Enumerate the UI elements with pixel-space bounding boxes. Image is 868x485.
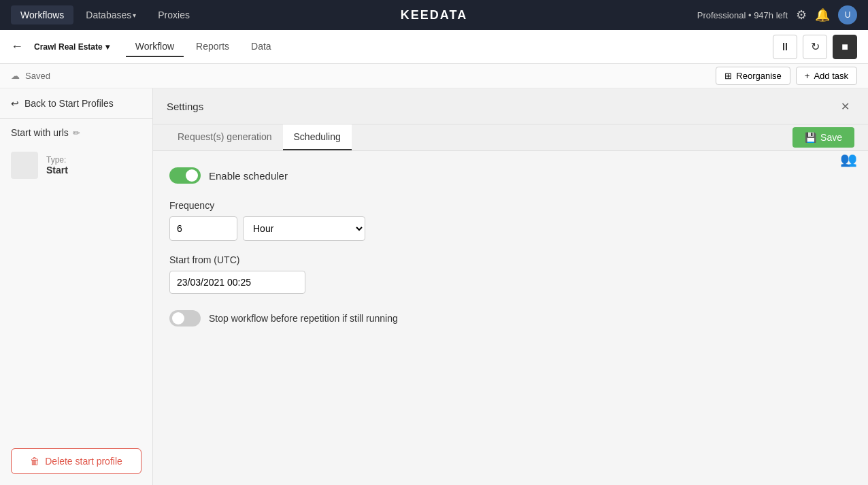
tab-data[interactable]: Data [241, 37, 281, 57]
side-panel: ↩ Back to Start Profiles Start with urls… [0, 88, 153, 485]
collaborators-icon[interactable]: 👥 [840, 151, 857, 167]
enable-scheduler-label: Enable scheduler [209, 170, 288, 182]
cloud-icon: ☁ [11, 71, 20, 81]
type-icon-placeholder [11, 152, 38, 179]
tab-reports[interactable]: Reports [186, 37, 239, 57]
type-info: Type: Start [46, 155, 68, 175]
stop-workflow-row: Stop workflow before repetition if still… [169, 310, 852, 327]
pause-button[interactable]: ⏸ [773, 35, 797, 59]
toolbar-right: ⏸ ↻ ■ [773, 35, 857, 59]
user-avatar[interactable]: U [838, 5, 857, 24]
enable-scheduler-toggle[interactable] [169, 167, 201, 184]
back-button-top[interactable]: ← [11, 39, 23, 54]
saved-bar-right: ⊞ Reorganise + Add task [716, 67, 857, 85]
project-dropdown-icon: ▾ [105, 42, 110, 52]
stop-workflow-label: Stop workflow before repetition if still… [209, 313, 398, 324]
settings-body: 👥 Enable scheduler Frequency Minute Hour… [153, 151, 868, 485]
canvas-area: ▶ Input 📌 + 1 start profile ◈ Gen Paging… [0, 88, 868, 485]
type-section: Type: Start [0, 146, 152, 184]
nav-databases[interactable]: Databases ▾ [76, 5, 146, 24]
settings-tabs: Request(s) generation Scheduling 💾 Save [153, 124, 868, 151]
settings-title: Settings [167, 101, 203, 112]
stop-button[interactable]: ■ [833, 35, 857, 59]
settings-header: Settings ✕ [153, 88, 868, 124]
reorganise-button[interactable]: ⊞ Reorganise [716, 67, 790, 85]
toggle-slider [169, 167, 201, 184]
settings-panel: Settings ✕ Request(s) generation Schedul… [153, 88, 868, 485]
second-nav: Workflow Reports Data [126, 37, 281, 57]
delete-start-profile-button[interactable]: 🗑 Delete start profile [11, 448, 141, 474]
top-navigation: Workflows Databases ▾ Proxies KEEDATA Pr… [0, 0, 868, 30]
tab-scheduling[interactable]: Scheduling [283, 124, 352, 150]
add-task-button[interactable]: + Add task [796, 67, 857, 85]
notification-icon[interactable]: 🔔 [815, 7, 830, 22]
side-panel-spacer [0, 184, 152, 448]
saved-status: Saved [25, 71, 50, 81]
saved-bar: ☁ Saved ⊞ Reorganise + Add task [0, 64, 868, 88]
stop-workflow-toggle[interactable] [169, 310, 201, 327]
second-bar: ← Crawl Real Estate ▾ Workflow Reports D… [0, 30, 868, 64]
databases-dropdown-icon: ▾ [133, 12, 136, 19]
nav-items: Workflows Databases ▾ Proxies [11, 5, 697, 24]
back-arrow-icon: ↩ [11, 98, 19, 109]
enable-scheduler-row: Enable scheduler [169, 167, 852, 184]
project-title[interactable]: Crawl Real Estate ▾ [34, 42, 110, 52]
refresh-button[interactable]: ↻ [803, 35, 827, 59]
save-button[interactable]: 💾 Save [792, 127, 854, 148]
edit-icon[interactable]: ✏ [73, 128, 80, 138]
save-icon: 💾 [805, 132, 816, 143]
start-from-label: Start from (UTC) [169, 254, 852, 265]
frequency-number-input[interactable] [169, 216, 237, 241]
stop-toggle-slider [169, 310, 201, 327]
plan-info: Professional • 947h left [697, 10, 788, 20]
nav-workflows[interactable]: Workflows [11, 5, 73, 24]
back-to-profiles-button[interactable]: ↩ Back to Start Profiles [0, 88, 152, 119]
brand-logo: KEEDATA [401, 8, 467, 22]
reorganise-icon: ⊞ [724, 71, 732, 81]
tab-request-generation[interactable]: Request(s) generation [167, 124, 283, 150]
frequency-unit-select[interactable]: Minute Hour Day Week Month [243, 216, 365, 241]
nav-right-area: Professional • 947h left ⚙ 🔔 U [697, 5, 857, 24]
add-icon: + [805, 71, 810, 81]
settings-close-button[interactable]: ✕ [835, 97, 854, 116]
start-with-urls-section: Start with urls ✏ [0, 119, 152, 146]
frequency-label: Frequency [169, 200, 852, 211]
frequency-row: Minute Hour Day Week Month [169, 216, 852, 241]
tab-workflow[interactable]: Workflow [126, 37, 184, 57]
trash-icon: 🗑 [30, 456, 39, 467]
start-from-input[interactable] [169, 271, 305, 294]
team-icon[interactable]: ⚙ [796, 7, 807, 22]
nav-proxies[interactable]: Proxies [148, 5, 199, 24]
